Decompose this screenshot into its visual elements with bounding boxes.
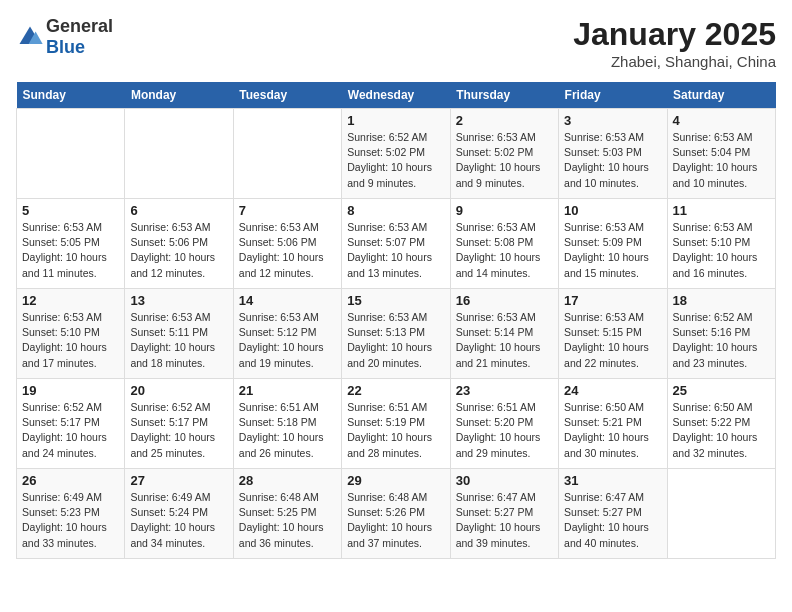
day-number: 23: [456, 383, 553, 398]
day-info: Sunrise: 6:51 AM Sunset: 5:19 PM Dayligh…: [347, 400, 444, 461]
calendar-cell: 28Sunrise: 6:48 AM Sunset: 5:25 PM Dayli…: [233, 469, 341, 559]
day-info: Sunrise: 6:53 AM Sunset: 5:14 PM Dayligh…: [456, 310, 553, 371]
page-header: General Blue January 2025 Zhabei, Shangh…: [16, 16, 776, 70]
calendar-cell: 29Sunrise: 6:48 AM Sunset: 5:26 PM Dayli…: [342, 469, 450, 559]
day-info: Sunrise: 6:49 AM Sunset: 5:24 PM Dayligh…: [130, 490, 227, 551]
calendar-cell: 11Sunrise: 6:53 AM Sunset: 5:10 PM Dayli…: [667, 199, 775, 289]
weekday-header-row: SundayMondayTuesdayWednesdayThursdayFrid…: [17, 82, 776, 109]
calendar-cell: 12Sunrise: 6:53 AM Sunset: 5:10 PM Dayli…: [17, 289, 125, 379]
day-info: Sunrise: 6:48 AM Sunset: 5:26 PM Dayligh…: [347, 490, 444, 551]
day-info: Sunrise: 6:53 AM Sunset: 5:10 PM Dayligh…: [22, 310, 119, 371]
day-info: Sunrise: 6:50 AM Sunset: 5:22 PM Dayligh…: [673, 400, 770, 461]
day-number: 18: [673, 293, 770, 308]
day-number: 11: [673, 203, 770, 218]
month-title: January 2025: [573, 16, 776, 53]
calendar-cell: 23Sunrise: 6:51 AM Sunset: 5:20 PM Dayli…: [450, 379, 558, 469]
day-number: 26: [22, 473, 119, 488]
logo-general-text: General: [46, 16, 113, 36]
day-number: 4: [673, 113, 770, 128]
day-number: 14: [239, 293, 336, 308]
day-info: Sunrise: 6:52 AM Sunset: 5:17 PM Dayligh…: [22, 400, 119, 461]
day-number: 17: [564, 293, 661, 308]
day-info: Sunrise: 6:53 AM Sunset: 5:04 PM Dayligh…: [673, 130, 770, 191]
day-info: Sunrise: 6:53 AM Sunset: 5:03 PM Dayligh…: [564, 130, 661, 191]
title-block: January 2025 Zhabei, Shanghai, China: [573, 16, 776, 70]
day-number: 16: [456, 293, 553, 308]
calendar-cell: 25Sunrise: 6:50 AM Sunset: 5:22 PM Dayli…: [667, 379, 775, 469]
day-number: 22: [347, 383, 444, 398]
day-info: Sunrise: 6:53 AM Sunset: 5:06 PM Dayligh…: [239, 220, 336, 281]
calendar-cell: 7Sunrise: 6:53 AM Sunset: 5:06 PM Daylig…: [233, 199, 341, 289]
day-info: Sunrise: 6:53 AM Sunset: 5:15 PM Dayligh…: [564, 310, 661, 371]
day-info: Sunrise: 6:50 AM Sunset: 5:21 PM Dayligh…: [564, 400, 661, 461]
day-number: 20: [130, 383, 227, 398]
day-info: Sunrise: 6:47 AM Sunset: 5:27 PM Dayligh…: [564, 490, 661, 551]
day-info: Sunrise: 6:53 AM Sunset: 5:06 PM Dayligh…: [130, 220, 227, 281]
logo-icon: [16, 23, 44, 51]
calendar-week-row: 5Sunrise: 6:53 AM Sunset: 5:05 PM Daylig…: [17, 199, 776, 289]
day-info: Sunrise: 6:51 AM Sunset: 5:18 PM Dayligh…: [239, 400, 336, 461]
weekday-header: Friday: [559, 82, 667, 109]
calendar-cell: 15Sunrise: 6:53 AM Sunset: 5:13 PM Dayli…: [342, 289, 450, 379]
weekday-header: Thursday: [450, 82, 558, 109]
calendar-cell: 22Sunrise: 6:51 AM Sunset: 5:19 PM Dayli…: [342, 379, 450, 469]
calendar-week-row: 19Sunrise: 6:52 AM Sunset: 5:17 PM Dayli…: [17, 379, 776, 469]
calendar-cell: 21Sunrise: 6:51 AM Sunset: 5:18 PM Dayli…: [233, 379, 341, 469]
day-info: Sunrise: 6:52 AM Sunset: 5:02 PM Dayligh…: [347, 130, 444, 191]
weekday-header: Sunday: [17, 82, 125, 109]
calendar-cell: 5Sunrise: 6:53 AM Sunset: 5:05 PM Daylig…: [17, 199, 125, 289]
calendar-cell: 30Sunrise: 6:47 AM Sunset: 5:27 PM Dayli…: [450, 469, 558, 559]
calendar-cell: 13Sunrise: 6:53 AM Sunset: 5:11 PM Dayli…: [125, 289, 233, 379]
calendar-cell: 8Sunrise: 6:53 AM Sunset: 5:07 PM Daylig…: [342, 199, 450, 289]
calendar-cell: 27Sunrise: 6:49 AM Sunset: 5:24 PM Dayli…: [125, 469, 233, 559]
calendar-week-row: 26Sunrise: 6:49 AM Sunset: 5:23 PM Dayli…: [17, 469, 776, 559]
day-number: 25: [673, 383, 770, 398]
calendar-cell: 18Sunrise: 6:52 AM Sunset: 5:16 PM Dayli…: [667, 289, 775, 379]
day-info: Sunrise: 6:53 AM Sunset: 5:02 PM Dayligh…: [456, 130, 553, 191]
calendar-cell: [17, 109, 125, 199]
day-number: 27: [130, 473, 227, 488]
day-number: 24: [564, 383, 661, 398]
day-number: 3: [564, 113, 661, 128]
day-info: Sunrise: 6:53 AM Sunset: 5:08 PM Dayligh…: [456, 220, 553, 281]
day-info: Sunrise: 6:53 AM Sunset: 5:11 PM Dayligh…: [130, 310, 227, 371]
day-info: Sunrise: 6:48 AM Sunset: 5:25 PM Dayligh…: [239, 490, 336, 551]
calendar-cell: 31Sunrise: 6:47 AM Sunset: 5:27 PM Dayli…: [559, 469, 667, 559]
day-info: Sunrise: 6:53 AM Sunset: 5:05 PM Dayligh…: [22, 220, 119, 281]
day-number: 19: [22, 383, 119, 398]
day-info: Sunrise: 6:47 AM Sunset: 5:27 PM Dayligh…: [456, 490, 553, 551]
calendar-cell: 1Sunrise: 6:52 AM Sunset: 5:02 PM Daylig…: [342, 109, 450, 199]
day-number: 31: [564, 473, 661, 488]
weekday-header: Saturday: [667, 82, 775, 109]
day-info: Sunrise: 6:53 AM Sunset: 5:07 PM Dayligh…: [347, 220, 444, 281]
day-info: Sunrise: 6:52 AM Sunset: 5:17 PM Dayligh…: [130, 400, 227, 461]
calendar-cell: 10Sunrise: 6:53 AM Sunset: 5:09 PM Dayli…: [559, 199, 667, 289]
day-number: 21: [239, 383, 336, 398]
calendar-table: SundayMondayTuesdayWednesdayThursdayFrid…: [16, 82, 776, 559]
calendar-cell: [125, 109, 233, 199]
day-info: Sunrise: 6:53 AM Sunset: 5:12 PM Dayligh…: [239, 310, 336, 371]
calendar-cell: 6Sunrise: 6:53 AM Sunset: 5:06 PM Daylig…: [125, 199, 233, 289]
calendar-cell: 4Sunrise: 6:53 AM Sunset: 5:04 PM Daylig…: [667, 109, 775, 199]
day-info: Sunrise: 6:49 AM Sunset: 5:23 PM Dayligh…: [22, 490, 119, 551]
calendar-week-row: 1Sunrise: 6:52 AM Sunset: 5:02 PM Daylig…: [17, 109, 776, 199]
day-number: 29: [347, 473, 444, 488]
day-number: 5: [22, 203, 119, 218]
calendar-week-row: 12Sunrise: 6:53 AM Sunset: 5:10 PM Dayli…: [17, 289, 776, 379]
calendar-cell: [667, 469, 775, 559]
location-text: Zhabei, Shanghai, China: [573, 53, 776, 70]
day-number: 28: [239, 473, 336, 488]
day-number: 8: [347, 203, 444, 218]
day-number: 2: [456, 113, 553, 128]
day-info: Sunrise: 6:53 AM Sunset: 5:10 PM Dayligh…: [673, 220, 770, 281]
day-info: Sunrise: 6:53 AM Sunset: 5:13 PM Dayligh…: [347, 310, 444, 371]
logo-blue-text: Blue: [46, 37, 85, 57]
day-number: 30: [456, 473, 553, 488]
calendar-cell: 26Sunrise: 6:49 AM Sunset: 5:23 PM Dayli…: [17, 469, 125, 559]
calendar-cell: 16Sunrise: 6:53 AM Sunset: 5:14 PM Dayli…: [450, 289, 558, 379]
logo: General Blue: [16, 16, 113, 58]
calendar-cell: 14Sunrise: 6:53 AM Sunset: 5:12 PM Dayli…: [233, 289, 341, 379]
day-number: 13: [130, 293, 227, 308]
day-number: 10: [564, 203, 661, 218]
day-number: 7: [239, 203, 336, 218]
